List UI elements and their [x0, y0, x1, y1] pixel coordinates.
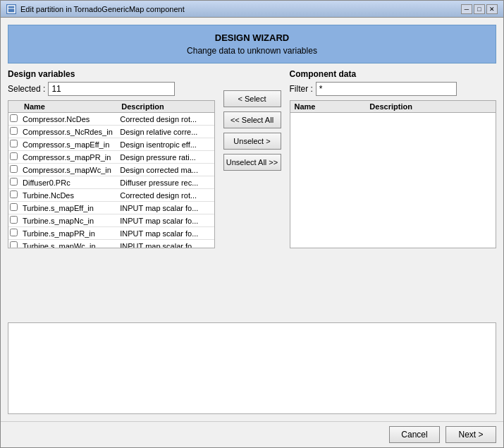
app-icon — [6, 4, 16, 14]
table-row[interactable]: Compressor.s_mapEff_in Design isentropic… — [8, 138, 214, 151]
maximize-button[interactable]: □ — [474, 4, 485, 14]
left-panel-title: Design variables — [8, 69, 215, 79]
select-all-button[interactable]: << Select All — [223, 111, 281, 128]
next-button[interactable]: Next > — [445, 426, 496, 443]
row-name: Compressor.s_mapPR_in — [20, 151, 117, 164]
row-description: Design corrected ma... — [117, 164, 214, 176]
selected-label: Selected : — [8, 84, 45, 94]
row-name: Turbine.s_mapWc_in — [20, 240, 117, 249]
row-checkbox[interactable] — [8, 164, 20, 176]
design-variables-table: Name Description Compressor.NcDes Correc… — [8, 101, 214, 248]
row-name: Compressor.s_mapWc_in — [20, 164, 117, 176]
content-area: DESIGN WIZARD Change data to unknown var… — [1, 18, 503, 421]
component-data-table-container: Name Description — [290, 100, 497, 248]
window-controls: ─ □ ✕ — [461, 4, 498, 14]
filter-label: Filter : — [290, 84, 313, 94]
col-header-checkbox — [8, 101, 20, 113]
row-checkbox[interactable] — [8, 214, 20, 227]
table-row[interactable]: Turbine.NcDes Corrected design rot... — [8, 189, 214, 202]
row-name: Compressor.s_NcRdes_in — [20, 126, 117, 138]
row-name: Diffuser0.PRc — [20, 176, 117, 189]
selected-input[interactable] — [48, 82, 175, 96]
row-description: Design isentropic eff... — [117, 138, 214, 151]
row-checkbox[interactable] — [8, 227, 20, 240]
row-checkbox[interactable] — [8, 240, 20, 249]
row-description: Diffuser pressure rec... — [117, 176, 214, 189]
unselect-button[interactable]: Unselect > — [223, 133, 281, 150]
close-button[interactable]: ✕ — [486, 4, 498, 14]
select-button[interactable]: < Select — [223, 90, 281, 107]
design-variables-table-container: Name Description Compressor.NcDes Correc… — [8, 100, 215, 248]
left-panel: Design variables Selected : Name Descrip… — [8, 69, 215, 314]
window-title: Edit partition in TornadoGenericMap comp… — [20, 5, 457, 13]
row-description: INPUT map scalar fo... — [117, 227, 214, 240]
main-window: Edit partition in TornadoGenericMap comp… — [0, 0, 504, 448]
row-description: Corrected design rot... — [117, 113, 214, 126]
row-checkbox[interactable] — [8, 113, 20, 126]
table-row[interactable]: Compressor.NcDes Corrected design rot... — [8, 113, 214, 126]
table-row[interactable]: Compressor.s_mapWc_in Design corrected m… — [8, 164, 214, 176]
row-description: INPUT map scalar fo... — [117, 202, 214, 214]
row-description: INPUT map scalar fo... — [117, 240, 214, 249]
row-name: Turbine.s_mapNc_in — [20, 214, 117, 227]
row-name: Compressor.NcDes — [20, 113, 117, 126]
selected-row: Selected : — [8, 82, 215, 96]
title-bar: Edit partition in TornadoGenericMap comp… — [1, 1, 503, 18]
row-description: Corrected design rot... — [117, 189, 214, 202]
row-checkbox[interactable] — [8, 176, 20, 189]
table-row[interactable]: Compressor.s_NcRdes_in Design relative c… — [8, 126, 214, 138]
filter-input[interactable] — [316, 82, 457, 96]
row-description: Design pressure rati... — [117, 151, 214, 164]
component-data-table: Name Description — [290, 101, 496, 113]
table-row[interactable]: Compressor.s_mapPR_in Design pressure ra… — [8, 151, 214, 164]
right-panel-title: Component data — [290, 69, 497, 79]
row-checkbox[interactable] — [8, 202, 20, 214]
row-name: Turbine.s_mapEff_in — [20, 202, 117, 214]
row-description: INPUT map scalar fo... — [117, 214, 214, 227]
row-checkbox[interactable] — [8, 189, 20, 202]
right-col-header-description: Description — [365, 101, 496, 113]
unselect-all-button[interactable]: Unselect All >> — [223, 154, 281, 171]
row-description: Design relative corre... — [117, 126, 214, 138]
middle-buttons: < Select << Select All Unselect > Unsele… — [221, 69, 284, 314]
minimize-button[interactable]: ─ — [461, 4, 472, 14]
table-row[interactable]: Turbine.s_mapWc_in INPUT map scalar fo..… — [8, 240, 214, 249]
wizard-subtitle: Change data to unknown variables — [16, 46, 488, 56]
bottom-area — [8, 322, 496, 414]
wizard-header: DESIGN WIZARD Change data to unknown var… — [8, 25, 496, 63]
table-row[interactable]: Turbine.s_mapPR_in INPUT map scalar fo..… — [8, 227, 214, 240]
row-name: Turbine.NcDes — [20, 189, 117, 202]
main-area: Design variables Selected : Name Descrip… — [8, 69, 496, 314]
filter-row: Filter : — [290, 82, 497, 96]
table-row[interactable]: Turbine.s_mapEff_in INPUT map scalar fo.… — [8, 202, 214, 214]
col-header-name: Name — [20, 101, 117, 113]
row-checkbox[interactable] — [8, 151, 20, 164]
table-row[interactable]: Turbine.s_mapNc_in INPUT map scalar fo..… — [8, 214, 214, 227]
row-name: Turbine.s_mapPR_in — [20, 227, 117, 240]
table-row[interactable]: Diffuser0.PRc Diffuser pressure rec... — [8, 176, 214, 189]
cancel-button[interactable]: Cancel — [389, 426, 440, 443]
wizard-title: DESIGN WIZARD — [16, 32, 488, 43]
row-name: Compressor.s_mapEff_in — [20, 138, 117, 151]
row-checkbox[interactable] — [8, 138, 20, 151]
col-header-description: Description — [117, 101, 214, 113]
right-col-header-name: Name — [290, 101, 366, 113]
right-panel: Component data Filter : Name Description — [290, 69, 497, 314]
footer: Cancel Next > — [1, 421, 503, 447]
row-checkbox[interactable] — [8, 126, 20, 138]
svg-rect-0 — [8, 6, 15, 13]
